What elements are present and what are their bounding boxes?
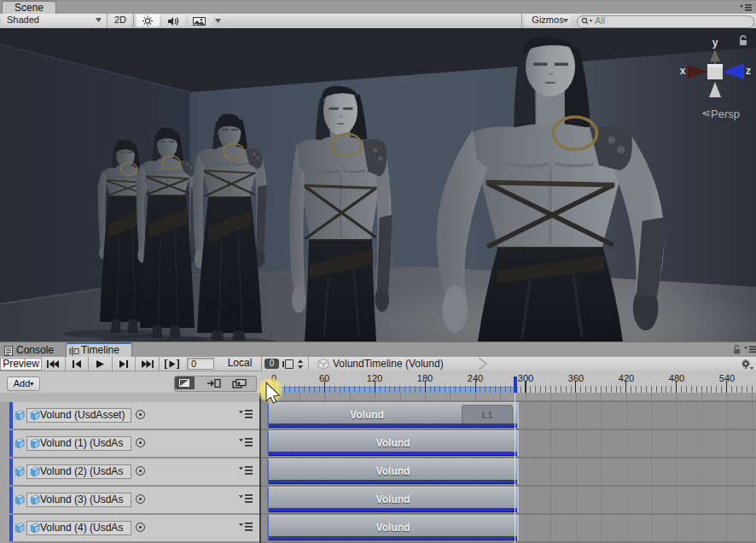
svg-text:x: x <box>680 65 686 77</box>
svg-text:Persp: Persp <box>711 108 740 120</box>
svg-text:z: z <box>746 65 751 77</box>
svg-text:⋖: ⋖ <box>701 107 711 120</box>
svg-text:y: y <box>712 37 718 49</box>
